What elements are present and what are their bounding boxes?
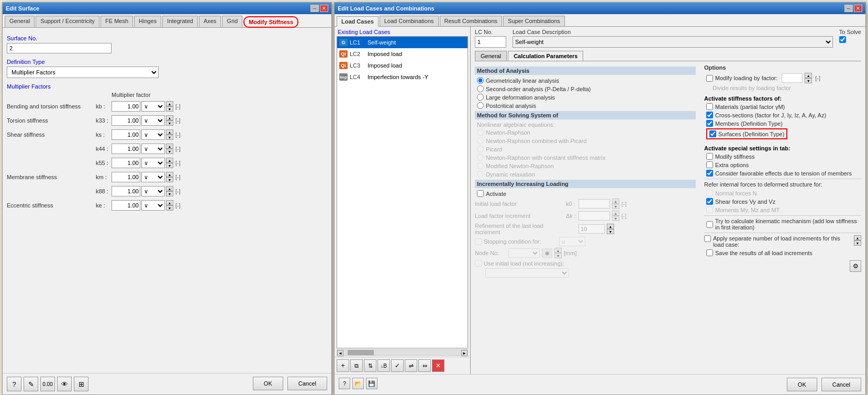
apply-separate-checkbox[interactable]	[704, 235, 711, 242]
merge-lc-button[interactable]: ⇔	[418, 359, 431, 372]
tab-axes[interactable]: Axes	[199, 16, 221, 27]
load-case-list[interactable]: G LC1 Self-weight Qi LC2 Imposed load Qi…	[337, 36, 468, 348]
input-kb[interactable]	[112, 101, 140, 112]
spin-km-up[interactable]: ▲	[166, 172, 173, 177]
split-lc-button[interactable]: ⇌	[405, 359, 417, 372]
to-solve-checkbox[interactable]	[839, 36, 846, 43]
lc-open-button[interactable]: 📂	[352, 378, 364, 389]
modify-loading-input[interactable]	[782, 73, 803, 83]
spin-modify-down[interactable]: ▼	[805, 78, 812, 83]
scroll-left-btn[interactable]: ◄	[337, 350, 343, 356]
radio-large-deformation[interactable]: Large deformation analysis	[477, 94, 696, 101]
initial-load-dropdown[interactable]	[485, 268, 569, 278]
add-lc-button[interactable]: +	[337, 359, 349, 372]
copy-lc-button[interactable]: ⧉	[350, 359, 363, 372]
radio-postcritical[interactable]: Postcritical analysis	[477, 102, 696, 109]
radio-newton-raphson[interactable]: Newton-Raphson	[477, 129, 696, 136]
lc-item-2[interactable]: Qi LC2 Imposed load	[337, 48, 468, 60]
spin-k33-up[interactable]: ▲	[166, 115, 173, 120]
consider-favorable-checkbox[interactable]	[706, 170, 713, 177]
lc-close-button[interactable]: ✕	[854, 5, 862, 12]
initial-load-factor-input[interactable]	[578, 199, 610, 209]
spin-k0-down[interactable]: ▼	[612, 204, 619, 209]
dropdown-ke[interactable]: ∨	[141, 200, 165, 211]
save-results-checkbox[interactable]	[706, 249, 713, 256]
spin-ks-down[interactable]: ▼	[166, 135, 173, 140]
tab-load-cases[interactable]: Load Cases	[337, 16, 379, 27]
lc-no-input[interactable]	[475, 36, 506, 48]
radio-second-order[interactable]: Second-order analysis (P-Delta / P-delta…	[477, 85, 696, 92]
radio-newton-constant[interactable]: Newton-Raphson with constant stiffness m…	[477, 154, 696, 161]
dropdown-k55[interactable]: ∨	[141, 158, 165, 168]
normal-forces-checkbox[interactable]	[706, 190, 713, 196]
radio-geometrically-linear[interactable]: Geometrically linear analysis	[477, 77, 696, 84]
lc-desc-dropdown[interactable]: Self-weight	[513, 36, 833, 48]
zero-button[interactable]: 0.00	[40, 377, 55, 391]
tab-general[interactable]: General	[5, 16, 35, 27]
spin-modify-up[interactable]: ▲	[805, 73, 812, 78]
input-ks[interactable]	[112, 129, 140, 140]
moments-checkbox[interactable]	[706, 206, 713, 213]
lc-ok-button[interactable]: OK	[787, 378, 817, 391]
input-k88[interactable]	[112, 186, 140, 196]
load-b-button[interactable]: ↓B	[377, 359, 390, 372]
members-checkbox[interactable]	[706, 120, 713, 127]
load-factor-increment-input[interactable]	[578, 211, 610, 221]
sub-tab-calc-params[interactable]: Calculation Parameters	[508, 51, 583, 61]
view-button[interactable]: 👁	[57, 377, 72, 391]
input-k55[interactable]	[112, 158, 140, 168]
tab-fe-mesh[interactable]: FE Mesh	[101, 16, 133, 27]
spin-dk-up[interactable]: ▲	[612, 211, 619, 216]
tab-result-combinations[interactable]: Result Combinations	[440, 16, 503, 26]
spin-k55-down[interactable]: ▼	[166, 163, 173, 168]
dropdown-kb[interactable]: ∨	[141, 101, 165, 112]
activate-incremental[interactable]: Activate	[477, 190, 696, 197]
tab-hinges[interactable]: Hinges	[134, 16, 161, 27]
spin-ke-down[interactable]: ▼	[166, 205, 173, 211]
modify-stiffness-checkbox[interactable]	[706, 153, 713, 160]
kinematic-mechanism-checkbox[interactable]	[706, 221, 713, 228]
definition-type-dropdown[interactable]: Multiplier Factors	[7, 67, 159, 78]
renumber-lc-button[interactable]: ⇅	[364, 359, 376, 372]
input-ke[interactable]	[112, 200, 140, 211]
node-pick-btn[interactable]: ⊕	[542, 248, 552, 258]
spin-ke-up[interactable]: ▲	[166, 200, 173, 205]
print-button[interactable]: ⊞	[74, 377, 88, 391]
spin-dk-down[interactable]: ▼	[612, 216, 619, 221]
lc-minimize-button[interactable]: ─	[844, 5, 853, 12]
spin-ref-down[interactable]: ▼	[607, 229, 614, 234]
spin-kb-down[interactable]: ▼	[166, 106, 173, 112]
help-button[interactable]: ?	[7, 377, 21, 391]
close-button[interactable]: ✕	[320, 5, 328, 12]
dropdown-km[interactable]: ∨	[141, 172, 165, 182]
edit-button[interactable]: ✎	[24, 377, 38, 391]
input-km[interactable]	[112, 172, 140, 182]
radio-newton-picard[interactable]: Newton-Raphson combined with Picard	[477, 137, 696, 144]
delete-lc-button[interactable]: ✕	[432, 359, 444, 372]
extra-options-checkbox[interactable]	[706, 161, 713, 168]
tab-load-combinations[interactable]: Load Combinations	[380, 16, 439, 26]
sub-tab-general[interactable]: General	[475, 51, 507, 61]
spin-apply-up[interactable]: ▲	[854, 235, 861, 240]
tab-modify-stiffness[interactable]: Modify Stiffness	[243, 16, 298, 28]
minimize-button[interactable]: ─	[310, 5, 319, 12]
tab-super-combinations[interactable]: Super Combinations	[503, 16, 565, 26]
modify-loading-checkbox[interactable]	[706, 75, 713, 82]
radio-modified-newton[interactable]: Modified Newton-Raphson	[477, 162, 696, 169]
spin-k33-down[interactable]: ▼	[166, 120, 173, 126]
dropdown-k88[interactable]: ∨	[141, 186, 165, 196]
tab-support-eccentricity[interactable]: Support / Eccentricity	[36, 16, 99, 27]
stopping-dropdown[interactable]: u	[559, 237, 585, 246]
shear-forces-checkbox[interactable]	[706, 198, 713, 205]
spin-k44-up[interactable]: ▲	[166, 144, 173, 149]
surfaces-checkbox[interactable]	[709, 130, 716, 137]
list-scrollbar[interactable]: ◄ ►	[337, 349, 468, 356]
tab-grid[interactable]: Grid	[222, 16, 242, 27]
dropdown-k33[interactable]: ∨	[141, 115, 165, 126]
spin-kb-up[interactable]: ▲	[166, 101, 173, 106]
materials-checkbox[interactable]	[706, 103, 713, 110]
spin-k44-down[interactable]: ▼	[166, 149, 173, 154]
node-dropdown[interactable]	[508, 248, 540, 258]
radio-dynamic-relaxation[interactable]: Dynamic relaxation	[477, 171, 696, 178]
dropdown-k44[interactable]: ∨	[141, 144, 165, 154]
